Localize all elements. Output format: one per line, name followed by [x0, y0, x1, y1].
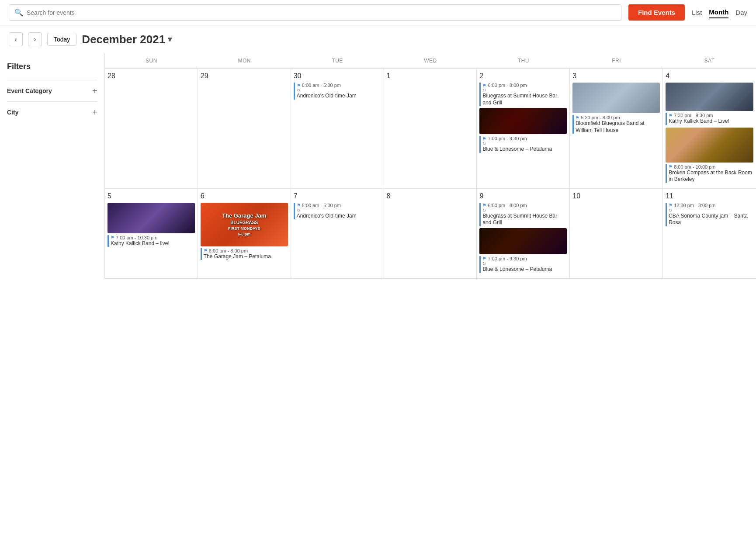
flag-icon: ⚑: [669, 113, 673, 118]
day-header-sun: SUN: [105, 53, 198, 68]
filters-title: Filters: [7, 62, 97, 71]
event-title: Kathy Kallick Band – live!: [111, 240, 195, 247]
recurring-icon: ↻: [297, 208, 381, 213]
event-time: ⚑ 6:00 pm - 8:00 pm: [204, 248, 288, 253]
flag-icon: ⚑: [482, 256, 486, 261]
day-num-4: 4: [666, 72, 753, 80]
day-num-5: 5: [108, 192, 195, 200]
event-time: ⚑ 7:00 pm - 9:30 pm: [482, 256, 567, 261]
day-num-7: 7: [294, 192, 381, 200]
day-num-2: 2: [479, 72, 567, 80]
event-blue-lonesome-dec2[interactable]: ⚑ 7:00 pm - 9:30 pm ↻ Blue & Lonesome – …: [479, 136, 567, 153]
event-img-blue-lonesome-9: [479, 228, 567, 254]
day-view-toggle[interactable]: Day: [735, 7, 747, 18]
sidebar: Filters Event Category + City +: [0, 53, 105, 279]
city-plus-icon: +: [92, 108, 97, 117]
month-title[interactable]: December 2021 ▾: [82, 33, 172, 46]
cal-cell-dec3: 3 ⚑ 5:30 pm - 8:00 pm Bloomfield Bluegra…: [570, 69, 663, 189]
event-img-blue-lonesome-thu: [479, 108, 567, 134]
event-time: ⚑ 8:00 am - 5:00 pm: [297, 83, 381, 88]
event-time: ⚑ 7:00 pm - 9:30 pm: [482, 136, 567, 141]
event-title: Broken Compass at the Back Room in Berke…: [669, 170, 753, 183]
event-time: ⚑ 7:00 pm - 10:30 pm: [111, 235, 195, 240]
cal-cell-nov28: 28: [105, 69, 198, 189]
event-title: The Garage Jam – Petaluma: [204, 253, 288, 260]
event-category-filter[interactable]: Event Category +: [7, 80, 97, 101]
event-img-kathy-kallick: [666, 83, 753, 111]
cal-cell-dec9: 9 ⚑ 6:00 pm - 8:00 pm ↻ Bluegrass at Sum…: [477, 189, 570, 279]
flag-icon: ⚑: [297, 83, 301, 88]
flag-icon: ⚑: [669, 203, 673, 208]
event-andronico-dec7[interactable]: ⚑ 8:00 am - 5:00 pm ↻ Andronico's Old-ti…: [294, 203, 381, 220]
main-layout: Filters Event Category + City + SUN MON …: [0, 53, 756, 279]
event-time: ⚑ 8:00 pm - 10:00 pm: [669, 164, 753, 170]
flag-icon: ⚑: [204, 248, 208, 253]
flag-icon: ⚑: [482, 203, 486, 208]
day-num-28: 28: [108, 72, 195, 80]
event-bluegrass-summit-dec2[interactable]: ⚑ 6:00 pm - 8:00 pm ↻ Bluegrass at Summi…: [479, 83, 567, 106]
day-num-6: 6: [201, 192, 288, 200]
day-num-3: 3: [572, 72, 660, 80]
day-num-8: 8: [387, 192, 474, 200]
event-img-kathy-band-5: [108, 203, 195, 233]
recurring-icon: ↻: [482, 208, 567, 213]
event-broken-compass-dec4[interactable]: ⚑ 8:00 pm - 10:00 pm Broken Compass at t…: [666, 164, 753, 183]
flag-icon: ⚑: [482, 83, 486, 88]
event-cba-sonoma-dec11[interactable]: ⚑ 12:30 pm - 3:00 pm ↻ CBA Sonoma County…: [666, 203, 753, 226]
event-title: Kathy Kallick Band – Live!: [669, 118, 753, 125]
cal-cell-dec4: 4 ⚑ 7:30 pm - 9:30 pm Kathy Kallick Band…: [663, 69, 756, 189]
recurring-icon: ↻: [669, 208, 753, 213]
day-header-tue: TUE: [291, 53, 384, 68]
event-bloomfield-dec3[interactable]: ⚑ 5:30 pm - 8:00 pm Bloomfield Bluegrass…: [572, 115, 660, 134]
event-img-garage-jam: The Garage Jam BLUEGRASS FIRST MONDAYS 6…: [201, 203, 288, 246]
cal-cell-dec6: 6 The Garage Jam BLUEGRASS FIRST MONDAYS…: [198, 189, 291, 279]
cal-cell-nov29: 29: [198, 69, 291, 189]
flag-icon: ⚑: [297, 203, 301, 208]
event-andronico-nov30[interactable]: ⚑ 8:00 am - 5:00 pm ↻ Andronico's Old-ti…: [294, 83, 381, 100]
cal-cell-dec1: 1: [384, 69, 477, 189]
event-blue-lonesome-dec9[interactable]: ⚑ 7:00 pm - 9:30 pm ↻ Blue & Lonesome – …: [479, 256, 567, 273]
nav-bar: ‹ › Today December 2021 ▾: [0, 25, 756, 53]
cal-cell-dec2: 2 ⚑ 6:00 pm - 8:00 pm ↻ Bluegrass at Sum…: [477, 69, 570, 189]
find-events-button[interactable]: Find Events: [628, 4, 685, 21]
cal-cell-dec8: 8: [384, 189, 477, 279]
day-headers: SUN MON TUE WED THU FRI SAT: [105, 53, 756, 69]
event-title: Andronico's Old-time Jam: [297, 93, 381, 100]
next-month-button[interactable]: ›: [28, 32, 42, 46]
event-bluegrass-summit-dec9[interactable]: ⚑ 6:00 pm - 8:00 pm ↻ Bluegrass at Summi…: [479, 203, 567, 226]
event-time: ⚑ 7:30 pm - 9:30 pm: [669, 113, 753, 118]
cal-cell-dec10: 10: [570, 189, 663, 279]
event-time: ⚑ 5:30 pm - 8:00 pm: [576, 115, 660, 120]
flag-icon: ⚑: [576, 115, 579, 120]
search-input[interactable]: [27, 9, 616, 16]
day-header-mon: MON: [198, 53, 291, 68]
flag-icon: ⚑: [111, 235, 114, 240]
event-kathy-band-dec5[interactable]: ⚑ 7:00 pm - 10:30 pm Kathy Kallick Band …: [108, 235, 195, 247]
search-bar[interactable]: 🔍: [9, 4, 621, 21]
list-view-toggle[interactable]: List: [692, 7, 702, 18]
month-view-toggle[interactable]: Month: [709, 7, 728, 18]
cal-cell-dec5: 5 ⚑ 7:00 pm - 10:30 pm Kathy Kallick Ban…: [105, 189, 198, 279]
day-num-9: 9: [479, 192, 567, 200]
prev-month-button[interactable]: ‹: [9, 32, 23, 46]
day-header-fri: FRI: [570, 53, 663, 68]
search-icon: 🔍: [14, 8, 23, 17]
recurring-icon: ↻: [482, 88, 567, 93]
view-toggle-group: List Month Day: [692, 7, 747, 18]
city-label: City: [7, 109, 18, 116]
today-button[interactable]: Today: [47, 33, 76, 46]
event-title: Blue & Lonesome – Petaluma: [482, 266, 567, 273]
day-num-30: 30: [294, 72, 381, 80]
cal-cell-nov30: 30 ⚑ 8:00 am - 5:00 pm ↻ Andronico's Old…: [291, 69, 384, 189]
event-kathy-kallick-dec4[interactable]: ⚑ 7:30 pm - 9:30 pm Kathy Kallick Band –…: [666, 113, 753, 125]
event-title: CBA Sonoma County jam – Santa Rosa: [669, 213, 753, 226]
city-filter[interactable]: City +: [7, 101, 97, 123]
event-time: ⚑ 8:00 am - 5:00 pm: [297, 203, 381, 208]
event-garage-jam-dec6[interactable]: ⚑ 6:00 pm - 8:00 pm The Garage Jam – Pet…: [201, 248, 288, 260]
flag-icon: ⚑: [669, 164, 673, 169]
event-img-summit-fri: [572, 83, 660, 113]
day-num-29: 29: [201, 72, 288, 80]
event-img-broken-compass: [666, 128, 753, 163]
chevron-down-icon: ▾: [168, 35, 172, 44]
day-header-thu: THU: [477, 53, 570, 68]
